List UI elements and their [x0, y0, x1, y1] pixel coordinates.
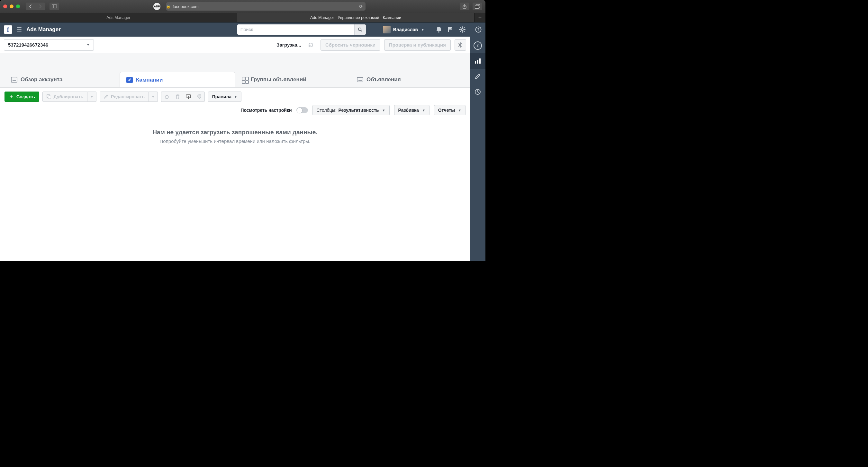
view-settings-label: Посмотреть настройки	[241, 108, 291, 113]
tool-area: ＋ Создать Дублировать ▼	[0, 87, 470, 120]
table-area: Нам не удается загрузить запрошенные вам…	[0, 120, 470, 261]
global-search	[237, 24, 366, 35]
loading-indicator: Загрузка...	[277, 42, 301, 47]
breakdown-selector[interactable]: Разбивка ▼	[394, 105, 430, 115]
rail-history-button[interactable]	[470, 84, 486, 100]
delete-button[interactable]	[172, 92, 183, 102]
chevron-down-icon: ▼	[421, 28, 424, 31]
ads-icon	[357, 77, 363, 82]
minimize-window-button[interactable]	[10, 4, 13, 8]
duplicate-button[interactable]: Дублировать	[42, 92, 88, 102]
columns-value: Результативность	[339, 108, 379, 113]
chevron-down-icon: ▼	[382, 108, 385, 112]
reports-selector[interactable]: Отчеты ▼	[434, 105, 465, 115]
create-button[interactable]: ＋ Создать	[4, 92, 39, 102]
pencil-icon	[104, 94, 108, 99]
right-rail	[470, 37, 486, 261]
tag-button[interactable]	[194, 92, 205, 102]
account-selector[interactable]: 537219426672346 ▼	[4, 39, 94, 51]
chevron-down-icon: ▼	[234, 95, 237, 99]
button-label: Правила	[212, 94, 231, 99]
export-button[interactable]	[183, 92, 194, 102]
button-label: Проверка и публикация	[389, 42, 446, 47]
edit-button[interactable]: Редактировать	[100, 92, 149, 102]
notifications-icon[interactable]	[436, 26, 442, 33]
address-bar[interactable]: 🔒 facebook.com ⟳	[166, 2, 366, 10]
svg-rect-14	[48, 96, 51, 99]
tab-label: Обзор аккаунта	[21, 76, 62, 83]
reload-icon[interactable]: ⟳	[359, 4, 363, 9]
maximize-window-button[interactable]	[16, 4, 20, 8]
review-publish-button[interactable]: Проверка и публикация	[384, 39, 451, 51]
help-icon[interactable]: ?	[475, 26, 482, 33]
tab-label: Группы объявлений	[251, 76, 306, 83]
tab-campaigns[interactable]: ✔ Кампании	[120, 72, 235, 87]
svg-rect-4	[475, 5, 479, 9]
back-button[interactable]	[26, 3, 35, 10]
overview-icon	[11, 77, 18, 82]
url-text: facebook.com	[173, 4, 199, 9]
flag-icon[interactable]	[447, 26, 453, 33]
plus-icon: ＋	[9, 94, 14, 100]
chevron-left-icon	[473, 41, 482, 50]
svg-point-16	[199, 95, 200, 96]
account-settings-button[interactable]	[455, 39, 466, 51]
product-name: Ads Manager	[26, 26, 61, 33]
fb-header: f ☰ Ads Manager Владислав ▼ ?	[0, 23, 486, 37]
rules-button[interactable]: Правила ▼	[208, 92, 242, 102]
columns-selector[interactable]: Столбцы: Результативность ▼	[312, 105, 390, 115]
forward-button[interactable]	[35, 3, 45, 10]
header-icon-tray: ?	[436, 26, 482, 33]
share-button[interactable]	[460, 3, 469, 10]
adsets-icon	[242, 77, 248, 82]
revert-button[interactable]	[161, 92, 172, 102]
browser-tab-0[interactable]: Ads Manager	[0, 13, 237, 22]
new-tab-button[interactable]: +	[474, 13, 486, 22]
button-label: Редактировать	[111, 94, 145, 99]
tabs-overview-button[interactable]	[472, 3, 482, 10]
rail-collapse-button[interactable]	[470, 38, 486, 53]
user-name: Владислав	[393, 27, 418, 32]
browser-toolbar: ABP 🔒 facebook.com ⟳	[0, 0, 486, 13]
campaigns-icon: ✔	[126, 77, 133, 83]
refresh-button[interactable]	[305, 39, 317, 51]
edit-dropdown[interactable]: ▼	[149, 92, 158, 102]
svg-rect-8	[448, 27, 449, 32]
view-settings-toggle[interactable]	[297, 107, 308, 113]
level-tabs: Обзор аккаунта ✔ Кампании Группы объявле…	[0, 70, 470, 87]
chevron-down-icon: ▼	[87, 43, 90, 46]
tab-adsets[interactable]: Группы объявлений	[235, 72, 350, 87]
search-button[interactable]	[354, 24, 366, 35]
discard-drafts-button[interactable]: Сбросить черновики	[320, 39, 380, 51]
nav-back-forward	[26, 3, 45, 10]
svg-point-9	[461, 29, 463, 31]
svg-text:?: ?	[477, 28, 479, 32]
workspace: 537219426672346 ▼ Загрузка... Сбросить ч…	[0, 37, 486, 261]
svg-rect-17	[475, 61, 476, 64]
menu-icon[interactable]: ☰	[17, 26, 22, 33]
view-controls: Посмотреть настройки Столбцы: Результати…	[4, 102, 465, 117]
tab-ads[interactable]: Объявления	[350, 72, 465, 87]
rail-edit-button[interactable]	[470, 69, 486, 84]
search-input[interactable]	[237, 24, 354, 35]
tab-label: Кампании	[136, 77, 163, 83]
rail-charts-button[interactable]	[470, 53, 486, 69]
settings-icon[interactable]	[459, 26, 465, 33]
abp-icon[interactable]: ABP	[153, 3, 160, 10]
main-column: 537219426672346 ▼ Загрузка... Сбросить ч…	[0, 37, 470, 261]
sidebar-toggle-button[interactable]	[50, 3, 59, 10]
button-label: Создать	[17, 94, 35, 99]
svg-rect-18	[477, 60, 478, 64]
button-label: Сбросить черновики	[326, 42, 375, 47]
browser-tab-title: Ads Manager - Управление рекламой - Камп…	[310, 15, 401, 20]
user-menu[interactable]: Владислав ▼	[377, 26, 424, 33]
facebook-logo[interactable]: f	[4, 25, 12, 34]
empty-state: Нам не удается загрузить запрошенные вам…	[0, 120, 470, 153]
lock-icon: 🔒	[166, 4, 171, 9]
tab-label: Объявления	[367, 76, 401, 83]
svg-line-6	[361, 30, 362, 31]
duplicate-dropdown[interactable]: ▼	[88, 92, 96, 102]
close-window-button[interactable]	[3, 4, 7, 8]
tab-account-overview[interactable]: Обзор аккаунта	[4, 72, 120, 87]
browser-tab-1[interactable]: Ads Manager - Управление рекламой - Камп…	[237, 13, 474, 22]
